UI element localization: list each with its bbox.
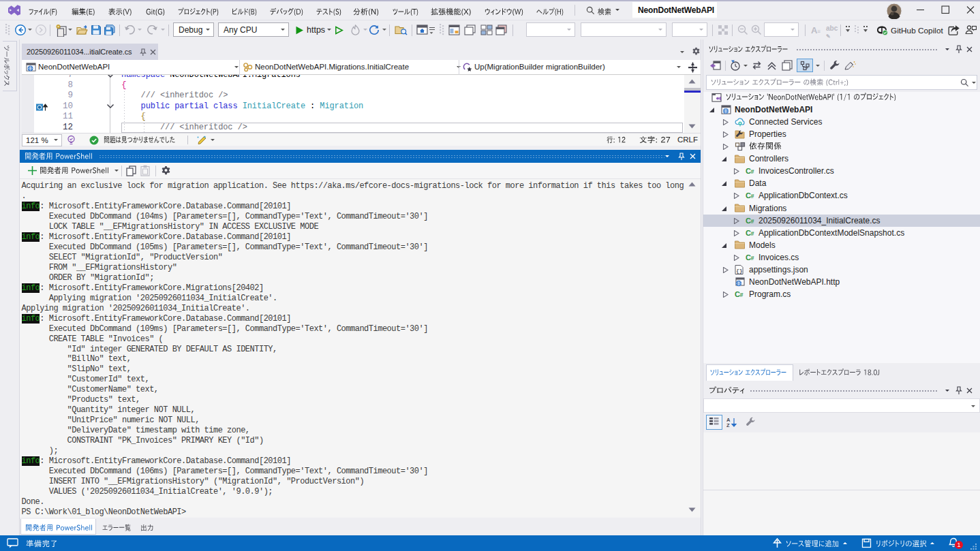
- svg-text:#: #: [751, 193, 754, 200]
- svg-text:#: #: [751, 230, 754, 237]
- svg-text:#: #: [740, 292, 744, 298]
- svg-text:#: #: [751, 168, 754, 175]
- svg-text:#: #: [751, 218, 754, 225]
- svg-text:Z: Z: [726, 422, 730, 428]
- svg-text:{}: {}: [736, 267, 743, 273]
- svg-text:#: #: [751, 255, 754, 262]
